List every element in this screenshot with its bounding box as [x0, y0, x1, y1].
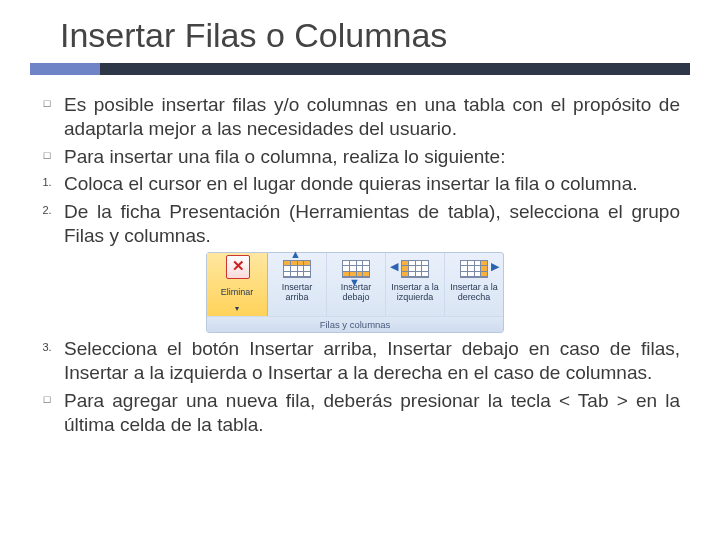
page-title: Insertar Filas o Columnas	[30, 16, 690, 55]
ribbon-screenshot: ✕ Eliminar ▾ ▲ Insertar arriba	[30, 252, 680, 334]
button-label: Insertar arriba	[270, 283, 324, 303]
bullet-text: Para agregar una nueva fila, deberás pre…	[64, 389, 680, 437]
bullet-marker: □	[30, 389, 64, 437]
insert-right-icon: ▶	[457, 257, 491, 281]
bullet-text: Para insertar una fila o columna, realiz…	[64, 145, 680, 169]
list-item: □ Es posible insertar filas y/o columnas…	[30, 93, 680, 141]
list-item: □ Para agregar una nueva fila, deberás p…	[30, 389, 680, 437]
ribbon-group-rows-columns: ✕ Eliminar ▾ ▲ Insertar arriba	[206, 252, 504, 334]
list-item: □ Para insertar una fila o columna, real…	[30, 145, 680, 169]
ribbon-group-caption: Filas y columnas	[207, 316, 503, 333]
button-label: Eliminar	[221, 283, 254, 303]
bullet-text: Es posible insertar filas y/o columnas e…	[64, 93, 680, 141]
bullet-marker: 3.	[30, 337, 64, 385]
title-underline	[30, 63, 690, 75]
delete-icon: ✕	[220, 257, 254, 281]
body-text: □ Es posible insertar filas y/o columnas…	[30, 93, 690, 436]
button-label: Insertar a la derecha	[447, 283, 501, 303]
insert-above-button[interactable]: ▲ Insertar arriba	[268, 253, 327, 316]
list-item: 2. De la ficha Presentación (Herramienta…	[30, 200, 680, 248]
insert-below-button[interactable]: ▼ Insertar debajo	[327, 253, 386, 316]
insert-below-icon: ▼	[339, 257, 373, 281]
chevron-down-icon: ▾	[235, 304, 239, 314]
insert-right-button[interactable]: ▶ Insertar a la derecha	[445, 253, 503, 316]
bullet-marker: □	[30, 93, 64, 141]
bullet-marker: □	[30, 145, 64, 169]
bullet-marker: 1.	[30, 172, 64, 196]
delete-button[interactable]: ✕ Eliminar ▾	[207, 253, 268, 316]
bullet-marker: 2.	[30, 200, 64, 248]
bullet-text: Selecciona el botón Insertar arriba, Ins…	[64, 337, 680, 385]
insert-above-icon: ▲	[280, 257, 314, 281]
bullet-text: De la ficha Presentación (Herramientas d…	[64, 200, 680, 248]
button-label: Insertar a la izquierda	[388, 283, 442, 303]
list-item: 3. Selecciona el botón Insertar arriba, …	[30, 337, 680, 385]
insert-left-button[interactable]: ◀ Insertar a la izquierda	[386, 253, 445, 316]
slide: Insertar Filas o Columnas □ Es posible i…	[0, 0, 720, 540]
list-item: 1. Coloca el cursor en el lugar donde qu…	[30, 172, 680, 196]
insert-left-icon: ◀	[398, 257, 432, 281]
bullet-text: Coloca el cursor en el lugar donde quier…	[64, 172, 680, 196]
